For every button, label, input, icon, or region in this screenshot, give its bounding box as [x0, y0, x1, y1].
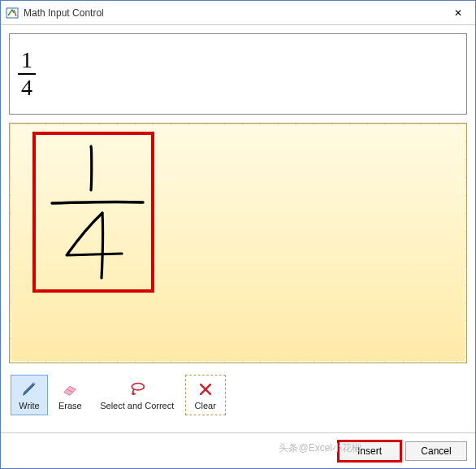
close-button[interactable]: ✕ — [441, 2, 475, 24]
titlebar: Math Input Control ✕ — [1, 1, 475, 25]
close-icon: ✕ — [454, 7, 462, 19]
fraction-preview: 1 4 — [18, 49, 36, 99]
app-icon — [6, 7, 19, 20]
cancel-button[interactable]: Cancel — [405, 441, 467, 461]
preview-denominator: 4 — [18, 73, 36, 99]
select-correct-label: Select and Correct — [100, 401, 174, 410]
clear-label: Clear — [195, 401, 216, 410]
preview-numerator: 1 — [18, 49, 36, 73]
select-correct-button[interactable]: Select and Correct — [93, 375, 182, 415]
content-area: 1 4 Write — [1, 25, 475, 432]
pen-icon — [19, 380, 39, 398]
clear-button[interactable]: Clear — [185, 375, 226, 415]
toolbar: Write Erase Select and C — [9, 371, 467, 419]
write-button[interactable]: Write — [11, 375, 48, 415]
ink-strokes — [32, 132, 154, 293]
clear-icon — [196, 380, 215, 398]
lasso-icon — [128, 380, 147, 398]
window-title: Math Input Control — [24, 7, 441, 19]
write-label: Write — [19, 401, 39, 410]
math-preview: 1 4 — [9, 33, 467, 115]
erase-button[interactable]: Erase — [51, 375, 89, 415]
math-input-window: Math Input Control ✕ 1 4 — [0, 0, 476, 469]
footer: 头条@Excel小花椒 Insert Cancel — [1, 432, 475, 468]
insert-button[interactable]: Insert — [339, 441, 400, 461]
ink-canvas[interactable] — [9, 123, 467, 363]
erase-label: Erase — [58, 401, 82, 410]
svg-point-1 — [132, 383, 144, 389]
eraser-icon — [60, 380, 80, 398]
